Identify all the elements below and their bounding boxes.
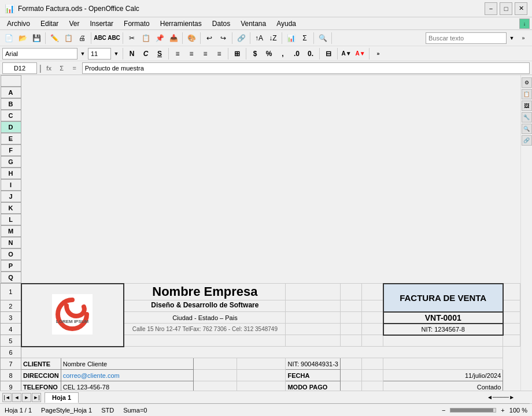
sidebar-icon-1[interactable]: ⚙: [522, 77, 532, 88]
cell-q3[interactable]: [503, 312, 520, 324]
align-right-button[interactable]: ≡: [199, 48, 212, 60]
cell-j5[interactable]: [340, 335, 361, 347]
chart-button[interactable]: 📊: [285, 32, 297, 44]
cell-company-city[interactable]: Ciudad - Estado – Pais: [124, 312, 286, 324]
currency-button[interactable]: $: [249, 48, 261, 60]
borders-button[interactable]: ⊟: [322, 48, 335, 60]
open-button[interactable]: 📂: [16, 32, 29, 44]
search-arrow[interactable]: ▼: [508, 32, 516, 44]
row-num-4[interactable]: 4: [1, 324, 21, 335]
zoom-button[interactable]: 🔍: [316, 32, 329, 44]
cell-k9[interactable]: [362, 381, 383, 391]
last-sheet-button[interactable]: ►|: [32, 393, 41, 402]
underline-button[interactable]: S: [153, 48, 166, 60]
cell-q1[interactable]: [503, 284, 520, 300]
sidebar-icon-3[interactable]: 🖼: [522, 101, 532, 111]
print-button[interactable]: 🖨: [76, 32, 88, 44]
menu-formato[interactable]: Formato: [119, 18, 154, 29]
cell-j8[interactable]: [340, 370, 361, 381]
cell-k3[interactable]: [362, 312, 383, 324]
menu-ver[interactable]: Ver: [64, 18, 84, 29]
pdf-button[interactable]: 📋: [62, 32, 75, 44]
new-button[interactable]: 📄: [2, 32, 15, 44]
menu-ventana[interactable]: Ventana: [236, 18, 271, 29]
cell-email-value[interactable]: correo@cliente.com: [61, 370, 193, 381]
sidebar-icon-4[interactable]: 🔧: [522, 112, 532, 122]
cell-j4[interactable]: [340, 324, 361, 335]
col-N[interactable]: N: [1, 237, 21, 248]
thousands-button[interactable]: ,: [276, 48, 289, 60]
cell-ef9[interactable]: [194, 381, 237, 391]
col-J[interactable]: J: [1, 191, 21, 202]
col-C[interactable]: C: [1, 110, 21, 121]
cell-cliente-label[interactable]: CLIENTE: [21, 358, 61, 370]
bold-button[interactable]: N: [125, 48, 138, 60]
maximize-button[interactable]: □: [500, 2, 512, 15]
function-wizard-icon[interactable]: fx: [44, 62, 54, 74]
font-color-button[interactable]: A▼: [354, 48, 367, 60]
undo-button[interactable]: ↩: [203, 32, 216, 44]
cell-fecha-label[interactable]: FECHA: [286, 370, 340, 381]
hyperlink-button[interactable]: 🔗: [235, 32, 247, 44]
sum-icon[interactable]: Σ: [57, 62, 67, 74]
cell-q5[interactable]: [503, 335, 520, 347]
copy-button[interactable]: 📋: [139, 32, 152, 44]
menu-datos[interactable]: Datos: [208, 18, 235, 29]
cell-k4[interactable]: [362, 324, 383, 335]
inc-decimal-button[interactable]: .0: [290, 48, 303, 60]
toolbar-overflow[interactable]: »: [517, 32, 530, 44]
cell-g7[interactable]: [237, 358, 286, 370]
cell-g9[interactable]: [237, 381, 286, 391]
cell-k7[interactable]: [362, 358, 383, 370]
prev-sheet-button[interactable]: ◄: [12, 393, 21, 402]
cell-nit-cliente[interactable]: NIT: 900484931-3: [286, 358, 340, 370]
sidebar-icon-6[interactable]: 🔗: [522, 135, 532, 146]
fmt-overflow[interactable]: »: [372, 48, 385, 60]
cell-hi4[interactable]: [286, 324, 340, 335]
cell-lq7[interactable]: [383, 358, 503, 370]
cell-row6-spacer[interactable]: [21, 347, 503, 358]
col-D[interactable]: D: [1, 121, 21, 133]
align-justify-button[interactable]: ≡: [213, 48, 226, 60]
row-num-8[interactable]: 8: [1, 370, 21, 381]
col-K[interactable]: K: [1, 202, 21, 214]
row-num-1[interactable]: 1: [1, 284, 21, 300]
cell-nit[interactable]: NIT: 1234567-8: [383, 324, 503, 335]
grid-container[interactable]: A B C D E F G H I J K L M N O P Q: [0, 75, 520, 391]
dec-decimal-button[interactable]: 0.: [304, 48, 317, 60]
col-E[interactable]: E: [1, 133, 21, 144]
merge-cells-button[interactable]: ⊞: [231, 48, 243, 60]
sort-desc-button[interactable]: ↓Z: [267, 32, 279, 44]
cell-q4[interactable]: [503, 324, 520, 335]
col-B[interactable]: B: [1, 98, 21, 110]
save-button[interactable]: 💾: [30, 32, 43, 44]
menu-archivo[interactable]: Archivo: [2, 18, 35, 29]
cell-modo-pago-label[interactable]: MODO PAGO: [286, 381, 340, 391]
italic-button[interactable]: C: [139, 48, 152, 60]
zoom-out-button[interactable]: −: [442, 407, 445, 414]
menu-herramientas[interactable]: Herramientas: [156, 18, 206, 29]
equals-icon[interactable]: =: [69, 62, 80, 74]
cell-factura-title[interactable]: FACTURA DE VENTA: [383, 284, 503, 312]
size-dropdown-arrow[interactable]: ▼: [112, 47, 120, 60]
cell-hi2[interactable]: [286, 300, 340, 312]
menu-editar[interactable]: Editar: [36, 18, 63, 29]
paste-button[interactable]: 📌: [153, 32, 166, 44]
cell-ef8[interactable]: [194, 370, 237, 381]
cell-empty-hi[interactable]: [286, 284, 340, 300]
close-button[interactable]: ✕: [515, 2, 527, 15]
cell-modo-pago-value[interactable]: Contado: [383, 381, 503, 391]
row-num-2[interactable]: 2: [1, 300, 21, 312]
cut-button[interactable]: ✂: [125, 32, 138, 44]
spellcheck2-button[interactable]: ABC: [108, 32, 120, 44]
cell-company-sub[interactable]: Diseño & Desarrollo de Software: [124, 300, 286, 312]
cell-j1[interactable]: [340, 284, 361, 300]
row-num-5[interactable]: 5: [1, 335, 21, 347]
cell-telefono-label[interactable]: TELEFONO: [21, 381, 61, 391]
edit-file-button[interactable]: ✏️: [48, 32, 61, 44]
menu-ayuda[interactable]: Ayuda: [272, 18, 301, 29]
row-num-7[interactable]: 7: [1, 358, 21, 370]
bg-color-button[interactable]: A▼: [340, 48, 353, 60]
cell-g8[interactable]: [237, 370, 286, 381]
col-Q[interactable]: Q: [1, 272, 21, 283]
